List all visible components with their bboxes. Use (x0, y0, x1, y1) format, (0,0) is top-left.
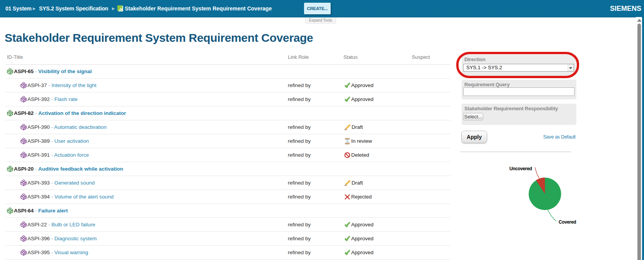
svg-text:Uncovered: Uncovered (510, 166, 532, 171)
svg-text:Covered: Covered (559, 219, 576, 225)
